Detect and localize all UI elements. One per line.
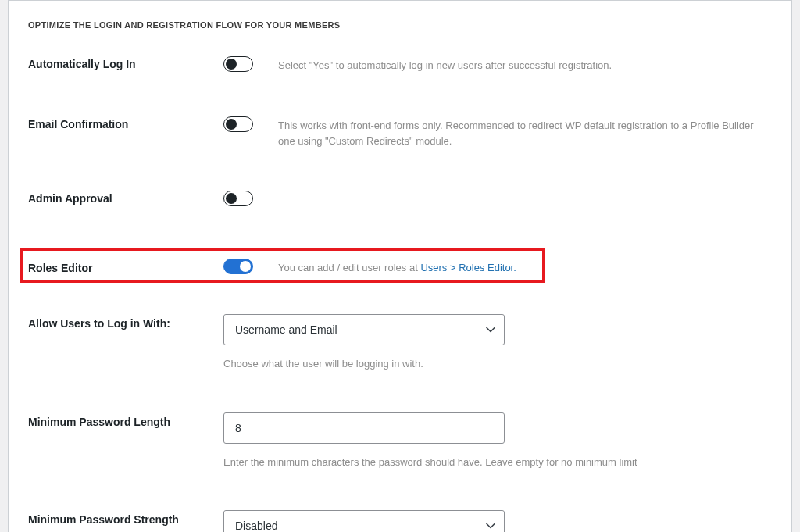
toggle-admin-approval[interactable] xyxy=(223,191,253,206)
row-admin-approval: Admin Approval xyxy=(28,189,772,209)
desc-roles-editor: You can add / edit user roles at Users >… xyxy=(278,260,538,276)
label-auto-login: Automatically Log In xyxy=(28,55,223,70)
label-email-confirmation: Email Confirmation xyxy=(28,115,223,130)
hint-login-with: Choose what the user will be logging in … xyxy=(223,356,772,372)
select-login-with-value: Username and Email xyxy=(235,323,338,336)
row-login-with: Allow Users to Log in With: Username and… xyxy=(28,314,772,372)
label-roles-editor: Roles Editor xyxy=(28,262,223,274)
input-min-pw-length[interactable] xyxy=(223,412,505,444)
hint-min-pw-length: Enter the minimum characters the passwor… xyxy=(223,455,772,470)
label-admin-approval: Admin Approval xyxy=(28,189,223,205)
select-login-with[interactable]: Username and Email xyxy=(223,314,505,345)
select-min-pw-strength[interactable]: Disabled xyxy=(223,510,505,532)
section-title: OPTIMIZE THE LOGIN AND REGISTRATION FLOW… xyxy=(28,20,772,30)
link-roles-editor[interactable]: Users > Roles Editor. xyxy=(420,262,516,273)
settings-panel: OPTIMIZE THE LOGIN AND REGISTRATION FLOW… xyxy=(8,0,792,532)
label-min-pw-strength: Minimum Password Strength xyxy=(28,510,223,526)
row-min-pw-length: Minimum Password Length Enter the minimu… xyxy=(28,412,772,470)
label-min-pw-length: Minimum Password Length xyxy=(28,412,223,428)
label-login-with: Allow Users to Log in With: xyxy=(28,314,223,330)
select-min-pw-strength-value: Disabled xyxy=(235,520,277,532)
desc-auto-login: Select "Yes" to automatically log in new… xyxy=(278,55,772,73)
toggle-auto-login[interactable] xyxy=(223,56,253,72)
row-auto-login: Automatically Log In Select "Yes" to aut… xyxy=(28,55,772,74)
toggle-email-confirmation[interactable] xyxy=(223,116,253,132)
desc-email-confirmation: This works with front-end forms only. Re… xyxy=(278,115,772,148)
row-roles-editor: Roles Editor You can add / edit user rol… xyxy=(20,248,545,283)
toggle-roles-editor[interactable] xyxy=(223,259,253,274)
desc-roles-editor-text: You can add / edit user roles at xyxy=(278,262,420,273)
row-email-confirmation: Email Confirmation This works with front… xyxy=(28,115,772,148)
row-min-pw-strength: Minimum Password Strength Disabled A str… xyxy=(28,510,772,532)
